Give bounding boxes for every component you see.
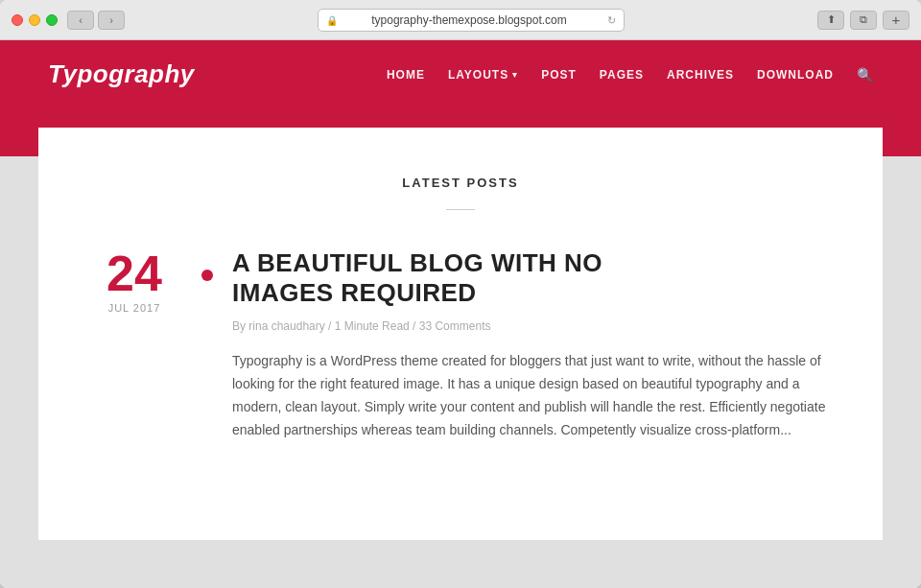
nav-download[interactable]: DOWNLOAD — [757, 68, 834, 82]
forward-button[interactable]: › — [98, 11, 125, 30]
site-header: Typography HOME LAYOUTS ▾ POST PAGES ARC… — [0, 40, 921, 108]
browser-content: Typography HOME LAYOUTS ▾ POST PAGES ARC… — [0, 40, 921, 588]
section-title: LATEST POSTS — [38, 166, 883, 190]
post-excerpt: Typography is a WordPress theme created … — [232, 350, 835, 441]
browser-nav-buttons: ‹ › — [67, 11, 125, 30]
address-bar-container: 🔒 typography-themexpose.blogspot.com ↻ — [134, 9, 808, 32]
site-nav: HOME LAYOUTS ▾ POST PAGES ARCHIVES DOWNL… — [387, 67, 873, 82]
nav-layouts[interactable]: LAYOUTS ▾ — [448, 68, 518, 82]
browser-window: ‹ › 🔒 typography-themexpose.blogspot.com… — [0, 0, 921, 588]
section-divider — [446, 209, 475, 210]
main-content: LATEST POSTS 24 JUL 2017 A BEAUTIFUL BLO… — [38, 128, 883, 540]
close-button[interactable] — [12, 14, 23, 26]
new-tab-button[interactable]: + — [883, 11, 909, 30]
traffic-lights — [12, 14, 58, 26]
post-month-year: JUL 2017 — [108, 302, 161, 314]
post-item: 24 JUL 2017 A BEAUTIFUL BLOG WITH NO IMA… — [38, 248, 883, 442]
post-title[interactable]: A BEAUTIFUL BLOG WITH NO IMAGES REQUIRED — [232, 248, 835, 308]
address-bar[interactable]: 🔒 typography-themexpose.blogspot.com ↻ — [318, 9, 625, 32]
post-date: 24 JUL 2017 — [86, 248, 201, 314]
search-icon[interactable]: 🔍 — [857, 67, 873, 82]
post-meta: By rina chaudhary / 1 Minute Read / 33 C… — [232, 319, 835, 333]
refresh-icon[interactable]: ↻ — [607, 13, 616, 26]
post-day: 24 — [106, 248, 162, 298]
tab-button[interactable]: ⧉ — [850, 11, 877, 30]
site-logo[interactable]: Typography — [48, 59, 195, 89]
back-button[interactable]: ‹ — [67, 11, 94, 30]
nav-post[interactable]: POST — [541, 68, 577, 82]
minimize-button[interactable] — [29, 14, 40, 26]
site-wrapper: Typography HOME LAYOUTS ▾ POST PAGES ARC… — [0, 40, 921, 588]
browser-actions: ⬆ ⧉ + — [817, 11, 909, 30]
maximize-button[interactable] — [46, 14, 58, 26]
lock-icon: 🔒 — [326, 14, 338, 25]
post-meta-text: By rina chaudhary / 1 Minute Read / 33 C… — [232, 319, 490, 333]
post-dot — [201, 270, 213, 281]
nav-pages[interactable]: PAGES — [600, 68, 644, 82]
nav-home[interactable]: HOME — [387, 68, 425, 82]
browser-chrome: ‹ › 🔒 typography-themexpose.blogspot.com… — [0, 0, 921, 40]
post-content: A BEAUTIFUL BLOG WITH NO IMAGES REQUIRED… — [232, 248, 835, 442]
address-text: typography-themexpose.blogspot.com — [371, 13, 566, 27]
share-button[interactable]: ⬆ — [817, 11, 844, 30]
nav-archives[interactable]: ARCHIVES — [667, 68, 734, 82]
layouts-dropdown-arrow: ▾ — [512, 70, 518, 80]
